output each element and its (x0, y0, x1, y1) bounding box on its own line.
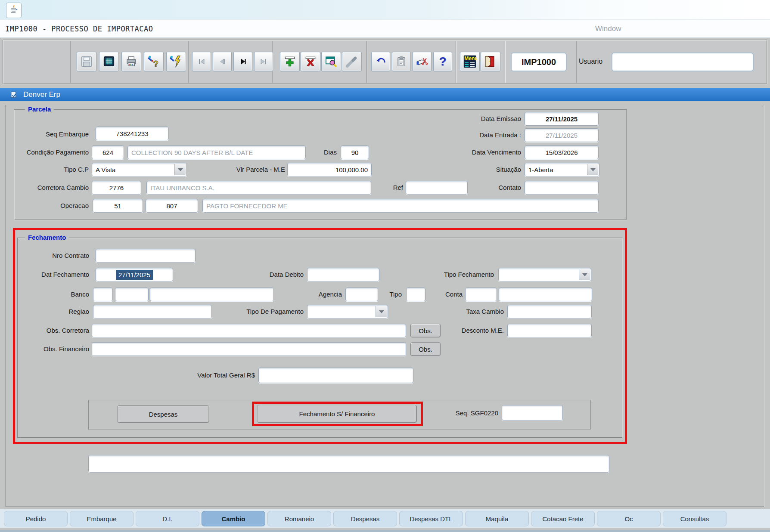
dat-fechamento-field[interactable]: 27/11/2025 (96, 268, 173, 281)
operacao-code1-field[interactable]: 51 (93, 199, 143, 213)
data-vencimento-field[interactable]: 15/03/2026 (525, 145, 599, 159)
banco-desc-field[interactable] (150, 288, 274, 301)
find-query-button[interactable] (321, 52, 341, 71)
menu-button[interactable]: Menu (460, 52, 480, 71)
undo-button[interactable] (371, 52, 390, 71)
delete-record-icon (304, 55, 317, 68)
seq-embarque-field[interactable]: 738241233 (96, 127, 169, 140)
nav-next-icon (238, 56, 248, 67)
tipo-field[interactable] (406, 288, 425, 301)
banco-code1-field[interactable] (93, 288, 113, 301)
toolbar-separator (576, 41, 577, 83)
data-vencimento-label: Data Vencimento (452, 145, 521, 159)
chevron-down-icon (579, 269, 590, 280)
nav-prev-icon (217, 56, 227, 67)
edit-wand-button[interactable] (342, 52, 362, 71)
conta-code-field[interactable] (465, 288, 497, 301)
screen-icon (102, 55, 115, 68)
dias-field[interactable]: 90 (341, 145, 369, 159)
tipo-pagamento-dropdown[interactable] (307, 305, 388, 319)
tab-despesas[interactable]: Despesas (333, 511, 397, 526)
contato-label: Contato (456, 181, 521, 195)
tab-oc[interactable]: Oc (597, 511, 661, 526)
nav-prev-button[interactable] (213, 52, 232, 71)
conta-label: Conta (437, 288, 463, 301)
condicao-pagamento-desc-field: COLLECTION 90 DAYS AFTER B/L DATE (127, 145, 306, 159)
data-emissao-field[interactable]: 27/11/2025 (525, 112, 599, 126)
contato-field[interactable] (525, 181, 599, 195)
dias-label: Dias (310, 145, 337, 159)
fechamento-s-financeiro-button[interactable]: Fechamento S/ Financeiro (257, 405, 417, 423)
application-window: IMP1000 - PROCESSO DE IMPORTACAO Window … (0, 0, 770, 532)
obs-financeiro-button[interactable]: Obs. (410, 342, 441, 356)
obs-financeiro-field[interactable] (92, 342, 406, 356)
shortcut-cut-button[interactable] (413, 52, 432, 71)
nro-contrato-field[interactable] (96, 249, 196, 263)
module-code-box: IMP1000 (511, 53, 567, 71)
operacao-code2-field[interactable]: 807 (146, 199, 198, 213)
agencia-label: Agencia (307, 288, 342, 301)
vlr-parcela-field[interactable]: 100,000.00 (287, 163, 372, 176)
screen-button[interactable] (99, 52, 119, 71)
add-record-button[interactable] (280, 52, 300, 71)
tab-di[interactable]: D.I. (136, 511, 199, 526)
tab-consultas[interactable]: Consultas (663, 511, 727, 526)
corretora-cambio-label: Corretora Cambio (16, 181, 89, 195)
obs-corretora-button[interactable]: Obs. (410, 324, 441, 337)
obs-corretora-field[interactable] (92, 324, 406, 337)
tab-embarque[interactable]: Embarque (70, 511, 134, 526)
add-record-icon (283, 55, 297, 68)
tab-maquila[interactable]: Maquila (465, 511, 529, 526)
situacao-dropdown[interactable]: 1-Aberta (525, 163, 599, 176)
tab-cambio[interactable]: Cambio (202, 511, 265, 526)
clipboard-icon (395, 56, 407, 68)
condicao-pagamento-code-field[interactable]: 624 (92, 145, 124, 159)
toolbar-separator (456, 41, 456, 83)
chevron-down-icon (376, 306, 387, 317)
conta-desc-field[interactable] (499, 288, 592, 301)
window-menu[interactable]: Window (595, 20, 621, 38)
taxa-cambio-field[interactable] (507, 305, 592, 319)
tipo-fechamento-dropdown[interactable] (498, 268, 591, 281)
data-entrada-field: 27/11/2025 (525, 128, 599, 142)
message-bar-field[interactable] (88, 455, 609, 473)
desconto-me-field[interactable] (507, 324, 592, 337)
seq-sgf0220-field[interactable] (502, 405, 563, 421)
form-title: IMP1000 - PROCESSO DE IMPORTACAO (5, 20, 153, 38)
seq-embarque-label: Seq Embarque (16, 127, 89, 141)
save-button[interactable] (77, 52, 96, 71)
clipboard-button[interactable] (392, 52, 411, 71)
corretora-cambio-code-field[interactable]: 2776 (92, 181, 141, 195)
nav-last-button[interactable] (254, 52, 273, 71)
despesas-button[interactable]: Despesas (117, 405, 209, 423)
nro-contrato-label: Nro Contrato (16, 249, 89, 263)
svg-text:?: ? (153, 59, 158, 68)
operacao-label: Operacao (16, 199, 89, 213)
banco-code2-field[interactable] (115, 288, 149, 301)
java-app-button[interactable] (6, 3, 22, 18)
regiao-field[interactable] (93, 305, 212, 319)
delete-record-button[interactable] (301, 52, 320, 71)
menu-icon: Menu (463, 54, 477, 69)
selected-text: 27/11/2025 (116, 270, 153, 280)
nav-first-button[interactable] (192, 52, 211, 71)
tipo-fechamento-label: Tipo Fechamento (431, 268, 494, 281)
tab-romaneio[interactable]: Romaneio (267, 511, 331, 526)
nav-next-button[interactable] (233, 52, 252, 71)
tab-despesas-dtl[interactable]: Despesas DTL (399, 511, 463, 526)
usuario-input[interactable] (612, 53, 754, 71)
svg-text:Menu: Menu (464, 56, 477, 62)
help-button[interactable]: ? (433, 52, 452, 71)
tab-pedido[interactable]: Pedido (4, 511, 68, 526)
execute-query-button[interactable] (166, 52, 186, 71)
valor-total-field[interactable] (258, 368, 413, 383)
print-button[interactable] (121, 52, 141, 71)
exit-button[interactable] (481, 52, 500, 71)
data-debito-field[interactable] (307, 268, 379, 281)
agencia-field[interactable] (345, 288, 378, 301)
brush-lightning-icon (169, 55, 183, 68)
tipo-pagamento-label: Tipo De Pagamento (233, 305, 304, 319)
enter-query-button[interactable]: ? (144, 52, 164, 71)
tab-cotacao-frete[interactable]: Cotacao Frete (531, 511, 595, 526)
tipo-cp-dropdown[interactable]: A Vista (92, 163, 187, 176)
